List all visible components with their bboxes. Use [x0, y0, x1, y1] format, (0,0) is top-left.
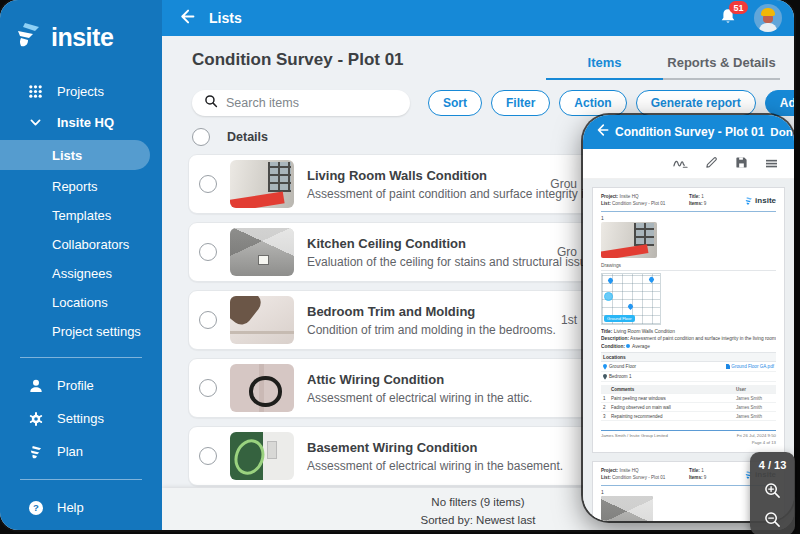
sidebar-item-collaborators[interactable]: Collaborators [0, 230, 162, 259]
sidebar-item-label: Assignees [52, 266, 112, 281]
document-icon [726, 364, 730, 369]
action-button[interactable]: Action [559, 90, 626, 116]
mobile-header: Condition Survey - Plot 01 Done [583, 115, 794, 149]
comment-text: Repainting recommended [611, 414, 736, 419]
sidebar-item-label: Help [57, 500, 84, 515]
pdf-meta-label: Title: [689, 468, 700, 473]
save-icon[interactable] [735, 155, 748, 173]
pdf-meta-label: Title: [689, 194, 700, 199]
sidebar-item-project-settings[interactable]: Project settings [0, 317, 162, 346]
insite-logo-icon [12, 20, 42, 54]
sidebar-item-label: Reports [52, 179, 98, 194]
location-name: Bedroom 1 [609, 374, 631, 379]
tab-reports-details[interactable]: Reports & Details [663, 49, 780, 80]
mobile-toolbar [583, 149, 794, 179]
tab-bar: Items Reports & Details [546, 49, 780, 80]
sidebar-item-locations[interactable]: Locations [0, 288, 162, 317]
item-checkbox[interactable] [199, 243, 217, 261]
comment-user: James Smith [736, 396, 774, 401]
sidebar-item-templates[interactable]: Templates [0, 201, 162, 230]
sidebar-item-label: Project settings [52, 324, 141, 339]
sidebar-item-plan[interactable]: Plan [0, 435, 162, 468]
sidebar-item-help[interactable]: ? Help [0, 491, 162, 524]
notification-count-badge: 51 [729, 1, 748, 14]
sidebar-item-insite-hq[interactable]: Insite HQ [0, 107, 162, 138]
sidebar-item-label: Settings [57, 411, 104, 426]
top-bar: Lists 51 [162, 0, 794, 36]
search-icon [204, 94, 218, 112]
tab-items[interactable]: Items [546, 49, 663, 80]
pdf-comments-table: Comments User 1 Paint peeling near windo… [601, 385, 776, 421]
item-thumbnail [230, 432, 294, 480]
comment-number: 3 [603, 414, 611, 419]
filter-button[interactable]: Filter [491, 90, 550, 116]
signature-icon[interactable] [673, 155, 688, 173]
pdf-meta-value: Condition Survey - Plot 01 [612, 201, 665, 206]
list-title: Condition Survey - Plot 01 [192, 50, 404, 80]
pdf-meta-value: 1 [701, 194, 704, 199]
sidebar-item-reports[interactable]: Reports [0, 172, 162, 201]
sidebar-item-lists[interactable]: Lists [0, 140, 150, 170]
done-button[interactable]: Done [770, 126, 794, 138]
pdf-brand-name: insite [755, 195, 776, 207]
comment-row: 2 Fading observed on main wall James Smi… [601, 403, 776, 412]
back-icon[interactable] [595, 123, 609, 141]
select-all-checkbox[interactable] [192, 128, 210, 146]
pdf-brand-logo: insite [744, 194, 776, 208]
condition-icon [626, 344, 630, 348]
item-checkbox[interactable] [199, 379, 217, 397]
item-checkbox[interactable] [199, 447, 217, 465]
pdf-meta-label: Project: [601, 468, 618, 473]
notifications-bell-icon[interactable]: 51 [718, 7, 740, 29]
sidebar-item-assignees[interactable]: Assignees [0, 259, 162, 288]
pdf-meta-label: List: [601, 475, 611, 480]
sidebar-item-settings[interactable]: Settings [0, 402, 162, 435]
add-items-button[interactable]: Add items [765, 90, 794, 116]
sidebar-item-label: Projects [57, 84, 104, 99]
sidebar-item-label: Lists [52, 148, 82, 163]
screen: insite Projects Insite HQ [0, 0, 800, 534]
brand-logo: insite [0, 16, 162, 76]
comments-col-header: Comments [611, 387, 736, 392]
pdf-field-label: Title: [601, 329, 612, 334]
location-pdf-link: Ground Floor GA.pdf [726, 364, 774, 369]
item-thumbnail [230, 296, 294, 344]
zoom-in-icon[interactable] [763, 480, 783, 500]
search-bar [192, 90, 410, 116]
page-title: Lists [209, 10, 242, 26]
pdf-page-number: Page 4 of 13 [737, 440, 776, 446]
search-input[interactable] [226, 96, 386, 110]
item-title: Attic Wiring Condition [307, 372, 532, 387]
pdf-field-label: Condition: [601, 344, 625, 349]
insite-mark-icon [27, 444, 44, 459]
sidebar-item-label: Plan [57, 444, 83, 459]
item-thumbnail [230, 364, 294, 412]
zoom-out-icon[interactable] [763, 509, 783, 529]
details-column-header: Details [227, 130, 268, 144]
comment-text: Fading observed on main wall [611, 405, 736, 410]
sidebar-item-label: Collaborators [52, 237, 129, 252]
back-icon[interactable] [178, 8, 195, 29]
map-pin [648, 276, 655, 283]
pdf-meta-value: 9 [704, 201, 707, 206]
person-icon [27, 378, 44, 394]
comment-user: James Smith [736, 405, 774, 410]
help-icon: ? [27, 500, 44, 516]
item-title: Bedroom Trim and Molding [307, 304, 556, 319]
item-checkbox[interactable] [199, 311, 217, 329]
sidebar-item-projects[interactable]: Projects [0, 76, 162, 107]
pdf-field-value: Average [632, 344, 650, 349]
user-col-header: User [736, 387, 774, 392]
pdf-item-number: 1 [601, 215, 776, 221]
edit-pencil-icon[interactable] [705, 155, 718, 173]
generate-report-button[interactable]: Generate report [636, 90, 756, 116]
pdf-field-value: Living Room Walls Condition [614, 329, 675, 334]
sort-button[interactable]: Sort [428, 90, 482, 116]
comment-number: 1 [603, 396, 611, 401]
sidebar-item-profile[interactable]: Profile [0, 369, 162, 402]
item-description: Condition of trim and molding in the bed… [307, 323, 556, 337]
sidebar-divider [20, 357, 142, 358]
item-checkbox[interactable] [199, 175, 217, 193]
menu-icon[interactable] [765, 155, 778, 173]
user-avatar[interactable] [754, 4, 782, 32]
